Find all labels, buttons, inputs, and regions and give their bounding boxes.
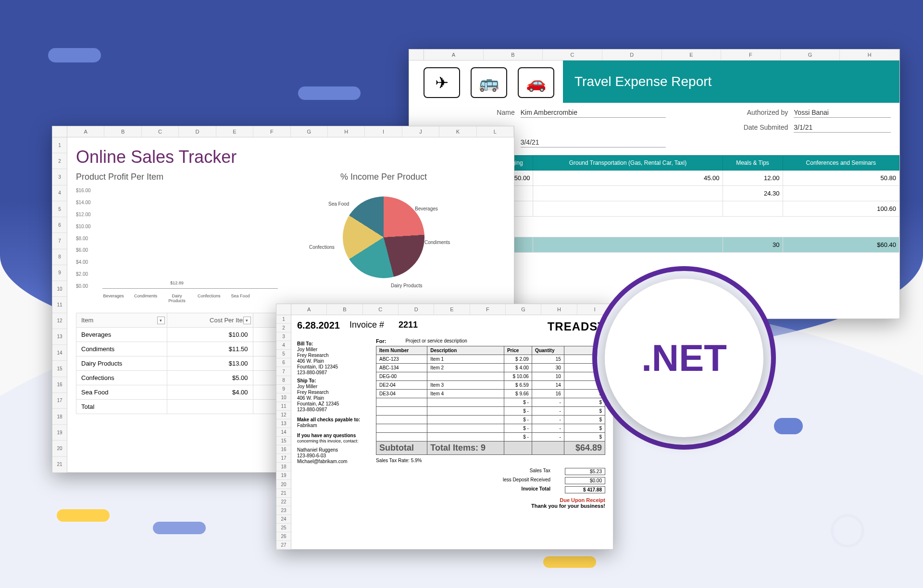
invoice-items-table: Item NumberDescriptionPriceQuantity ABC-… [376,346,605,455]
col-header[interactable]: K [439,126,476,137]
invoice-addresses: Bill To: Joy MillerFrey Research406 W. P… [297,338,369,509]
col-header[interactable]: G [506,304,541,315]
expense-header: Ground Transportation (Gas, Rental Car, … [533,156,723,171]
col-header[interactable]: A [67,126,104,137]
decor-pill [298,86,361,100]
address-line: Fountain, AZ 12345 [297,401,369,406]
col-header[interactable]: F [721,49,781,60]
expense-cell[interactable]: 12.00 [723,171,783,186]
column-ruler: ABCDEFGHIJKL [52,126,514,137]
column-ruler: A B C D E F G H [409,49,899,61]
col-header[interactable]: H [541,304,577,315]
table-header[interactable]: Item▾ [76,313,167,328]
decor-pill [48,48,101,62]
for-label: For: [376,338,386,344]
invoice-item-row[interactable]: ABC-134Item 2$ 4.0030$ [376,364,605,372]
col-header[interactable]: D [602,49,662,60]
questions-sub: concerning this invoice, contact: [297,439,369,443]
address-line: 406 W. Plain [297,358,369,364]
bar-chart: $0.00$2.00$4.00$6.00$8.00$10.00$12.00$14… [76,188,278,303]
col-header[interactable]: A [424,49,484,60]
expense-cell[interactable] [533,186,723,201]
expense-cell[interactable] [723,201,783,217]
filter-dropdown-icon[interactable]: ▾ [243,317,251,324]
col-header[interactable]: E [434,304,470,315]
col-header[interactable]: D [179,126,216,137]
col-header[interactable]: G [291,126,328,137]
invoice-item-row[interactable]: DE2-04Item 3$ 6.5914$ [376,381,605,390]
row-gutter: 123456789101112131415161718192021 [52,137,67,473]
checks-label: Make all checks payable to: [297,417,369,422]
expense-cell[interactable]: 50.80 [783,171,899,186]
col-header[interactable]: A [291,304,327,315]
col-header[interactable]: I [365,126,402,137]
expense-cell[interactable]: $60.40 [783,237,899,253]
col-header[interactable]: H [328,126,365,137]
col-header[interactable]: B [484,49,543,60]
address-line: 123-880-0987 [297,370,369,375]
expense-cell[interactable]: 24.30 [723,186,783,201]
table-header[interactable]: Cost Per Item▾ [167,313,253,328]
name-value[interactable]: Kim Ambercrombie [521,109,666,118]
dotnet-label: .NET [641,336,727,380]
col-header[interactable]: H [840,49,899,60]
summary-label: Sales Tax [478,468,550,475]
summary-label: Invoice Total [478,486,550,493]
col-header[interactable]: F [253,126,290,137]
subtotal-row: SubtotalTotal Items: 9$64.89 [376,441,605,455]
expense-cell[interactable] [783,186,899,201]
invoice-date: 6.28.2021 [297,320,340,331]
address-line: 123-890-6-03 [297,453,369,458]
page-title: Online Sales Tracker [76,147,505,167]
thank-you: Thank you for your business! [376,503,605,509]
address-line: Joy Miller [297,347,369,352]
bar-x-label: Confections [198,294,220,303]
col-header[interactable]: C [363,304,399,315]
summary-value: $5.23 [565,468,605,475]
bar-value-label: $12.89 [166,281,188,285]
col-header[interactable]: B [104,126,141,137]
address-line: Nathaniel Ruggens [297,447,369,453]
col-header[interactable]: L [477,126,514,137]
decor-pill [774,418,803,434]
col-header[interactable]: C [543,49,602,60]
address-line: Fountain, ID 12345 [297,364,369,369]
expense-cell[interactable]: 45.00 [533,171,723,186]
expense-cell[interactable]: 30 [723,237,783,253]
col-header[interactable]: D [399,304,434,315]
column-ruler: ABCDEFGHI [276,304,613,315]
period-value[interactable]: 3/4/21 [521,138,666,147]
invoice-item-row[interactable]: DEG-00$ 10.0610$ [376,372,605,381]
filter-dropdown-icon[interactable]: ▾ [157,317,165,324]
col-header[interactable]: J [402,126,439,137]
col-header[interactable]: E [216,126,253,137]
date-submitted-label: Date Submited [672,123,788,133]
bar-chart-title: Product Profit Per Item [76,172,278,182]
expense-cell[interactable] [533,201,723,217]
brand-logo: TREADST [548,320,605,333]
col-header[interactable]: B [327,304,362,315]
pie-chart-title: % Income Per Product [307,172,461,182]
bar-x-label: Dairy Products [166,294,188,303]
for-desc: Project or service description [405,338,467,344]
col-header[interactable]: G [781,49,840,60]
expense-header: Conferences and Seminars [783,156,899,171]
pie-chart: BeveragesCondimentsDairy ProductsConfect… [343,196,424,278]
expense-cell[interactable]: 100.60 [783,201,899,217]
col-header[interactable]: F [470,304,506,315]
col-header[interactable]: C [142,126,179,137]
invoice-number-label: Invoice # [349,320,384,330]
airplane-icon: ✈ [424,67,460,98]
report-title: Travel Expense Report [563,61,899,103]
col-header[interactable]: I [577,304,613,315]
auth-value[interactable]: Yossi Banai [794,109,891,118]
date-submitted-value[interactable]: 3/1/21 [794,123,891,133]
invoice-item-row[interactable]: DE3-04Item 4$ 9.6616$ [376,390,605,398]
expense-cell[interactable] [533,237,723,253]
invoice-item-row[interactable]: ABC-123Item 1$ 2.0915$ [376,355,605,364]
summary-value: $ 417.88 [565,486,605,493]
invoice-number: 2211 [399,320,418,330]
address-line: Frey Research [297,390,369,395]
questions-label: If you have any questions [297,433,369,438]
col-header[interactable]: E [662,49,722,60]
